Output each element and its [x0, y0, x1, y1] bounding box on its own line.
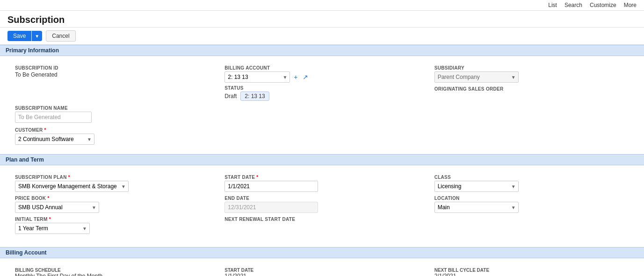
price-book-wrapper: SMB USD Annual ▼ [15, 202, 99, 213]
initial-term-select[interactable]: 1 Year Term [15, 223, 90, 234]
nav-customize[interactable]: Customize [590, 2, 616, 8]
subscription-name-input[interactable] [15, 112, 92, 123]
billing-schedule-value: Monthly The First Day of the Month [15, 273, 210, 276]
primary-section-header: Primary Information [0, 45, 644, 56]
billing-start-date-value: 1/1/2021 [224, 273, 419, 276]
subscription-id-value: To Be Generated [15, 71, 210, 78]
status-label: STATUS [224, 85, 419, 91]
toolbar: Save ▼ Cancel [0, 28, 644, 45]
cancel-button[interactable]: Cancel [46, 30, 75, 42]
location-item: LOCATION Main ▼ [434, 196, 629, 213]
billing-start-date-label: START DATE [224, 268, 419, 273]
billing-account-label: BILLING ACCOUNT [224, 65, 419, 71]
nav-more[interactable]: More [624, 2, 637, 8]
location-label: LOCATION [434, 196, 629, 201]
plan-section-header: Plan and Term [0, 154, 644, 165]
price-book-item: PRICE BOOK * SMB USD Annual ▼ [15, 196, 210, 213]
subscription-name-label: SUBSCRIPTION NAME [15, 106, 210, 111]
start-date-label: START DATE [224, 175, 255, 180]
next-renewal-label: NEXT RENEWAL START DATE [224, 217, 419, 222]
top-navigation: List Search Customize More [0, 0, 644, 11]
start-date-input[interactable] [224, 181, 318, 192]
subsidiary-select-wrapper: Parent Company ▼ [434, 71, 519, 83]
class-wrapper: Licensing ▼ [434, 181, 519, 192]
add-billing-account-button[interactable]: + [293, 73, 298, 81]
status-value: Draft [224, 93, 237, 99]
billing-start-date-item: START DATE 1/1/2021 [224, 268, 419, 276]
initial-term-label: INITIAL TERM [15, 217, 48, 222]
next-cycle-value: 2/1/2021 [434, 273, 629, 276]
subscription-plan-wrapper: SMB Konverge Management & Storage ▼ [15, 181, 129, 192]
billing-account-select[interactable]: 2: 13 13 [224, 71, 290, 83]
price-book-label: PRICE BOOK [15, 196, 46, 201]
open-billing-account-button[interactable]: ↗ [302, 73, 309, 81]
subsidiary-select[interactable]: Parent Company [434, 71, 519, 83]
next-cycle-label: NEXT BILL CYCLE DATE [434, 268, 629, 273]
billing-section: BILLING SCHEDULE Monthly The First Day o… [0, 258, 644, 276]
subsidiary-label: SUBSIDIARY [434, 65, 629, 71]
class-label: CLASS [434, 175, 629, 180]
start-date-item: START DATE * [224, 175, 419, 192]
billing-account-select-wrapper: 2: 13 13 ▼ [224, 71, 290, 83]
save-button[interactable]: Save [7, 31, 31, 41]
subscription-plan-item: SUBSCRIPTION PLAN * SMB Konverge Managem… [15, 175, 210, 192]
subscription-plan-select[interactable]: SMB Konverge Management & Storage [15, 181, 129, 192]
end-date-item: END DATE [224, 196, 419, 213]
location-select[interactable]: Main [434, 202, 519, 213]
billing-account-row: 2: 13 13 ▼ + ↗ [224, 71, 419, 83]
save-dropdown-button[interactable]: ▼ [31, 31, 42, 41]
class-select[interactable]: Licensing [434, 181, 519, 192]
originating-label: ORIGINATING SALES ORDER [434, 86, 629, 92]
next-renewal-item: NEXT RENEWAL START DATE [224, 217, 419, 222]
status-badge: 2: 13 13 [240, 92, 269, 101]
initial-term-wrapper: 1 Year Term ▼ [15, 223, 90, 234]
plan-section: SUBSCRIPTION PLAN * SMB Konverge Managem… [0, 165, 644, 247]
end-date-input [224, 202, 318, 213]
price-book-select[interactable]: SMB USD Annual [15, 202, 99, 213]
page-header: Subscription [0, 11, 644, 28]
location-wrapper: Main ▼ [434, 202, 519, 213]
page-title: Subscription [7, 14, 637, 25]
initial-term-item: INITIAL TERM * 1 Year Term ▼ [15, 217, 210, 234]
billing-schedule-item: BILLING SCHEDULE Monthly The First Day o… [15, 268, 210, 276]
class-item: CLASS Licensing ▼ [434, 175, 629, 192]
customer-select-wrapper: 2 Continuum Software ▼ [15, 134, 94, 145]
customer-select[interactable]: 2 Continuum Software [15, 134, 94, 145]
subscription-plan-label: SUBSCRIPTION PLAN [15, 175, 67, 180]
subscription-id-label: SUBSCRIPTION ID [15, 65, 210, 71]
end-date-label: END DATE [224, 196, 419, 201]
nav-search[interactable]: Search [564, 2, 582, 8]
next-cycle-item: NEXT BILL CYCLE DATE 2/1/2021 [434, 268, 629, 276]
billing-section-header: Billing Account [0, 247, 644, 258]
billing-schedule-label: BILLING SCHEDULE [15, 268, 210, 273]
primary-section: SUBSCRIPTION ID To Be Generated BILLING … [0, 56, 644, 154]
nav-list[interactable]: List [548, 2, 557, 8]
customer-label: CUSTOMER * [15, 127, 210, 133]
